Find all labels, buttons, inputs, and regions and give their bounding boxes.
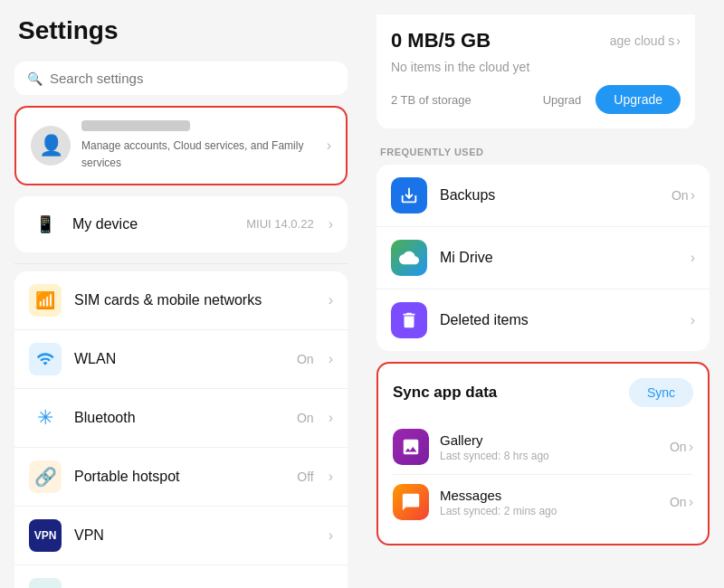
left-panel: Settings 🔍 👤 Manage accounts, Cloud serv… bbox=[0, 0, 362, 588]
gallery-status-wrap: On › bbox=[670, 439, 693, 455]
sync-title: Sync app data bbox=[393, 384, 497, 402]
bluetooth-icon: ✳ bbox=[29, 402, 62, 434]
device-icon: 📱 bbox=[29, 208, 62, 241]
deleted-label: Deleted items bbox=[440, 312, 678, 328]
messages-icon bbox=[393, 484, 429, 520]
vpn-icon: VPN bbox=[29, 519, 62, 552]
cloud-item-backups[interactable]: Backups On › bbox=[376, 165, 710, 227]
deleted-icon bbox=[391, 302, 427, 338]
messages-status-wrap: On › bbox=[670, 494, 693, 510]
connection-icon: ⟳ bbox=[29, 578, 62, 588]
account-name-blurred bbox=[81, 120, 190, 131]
person-icon: 👤 bbox=[39, 134, 63, 157]
storage-label: 2 TB of storage bbox=[391, 93, 472, 107]
account-sub-text: Manage accounts, Cloud services, and Fam… bbox=[81, 139, 303, 169]
backups-status-wrap: On › bbox=[672, 187, 695, 204]
wlan-status: On bbox=[297, 352, 314, 366]
search-input[interactable] bbox=[50, 71, 335, 86]
wlan-label: WLAN bbox=[74, 351, 284, 367]
cloud-item-deleted[interactable]: Deleted items › bbox=[376, 289, 710, 351]
settings-item-vpn[interactable]: VPN VPN › bbox=[14, 507, 348, 565]
no-items-text: No items in the cloud yet bbox=[391, 60, 681, 74]
chevron-right-icon: › bbox=[329, 527, 333, 544]
backups-icon bbox=[391, 177, 427, 213]
sim-label: SIM cards & mobile networks bbox=[74, 292, 316, 308]
chevron-right-icon: › bbox=[689, 439, 693, 455]
settings-item-sim[interactable]: 📶 SIM cards & mobile networks › bbox=[14, 271, 348, 330]
account-card[interactable]: 👤 Manage accounts, Cloud services, and F… bbox=[14, 106, 348, 185]
hotspot-icon: 🔗 bbox=[29, 460, 62, 493]
gallery-icon bbox=[393, 429, 429, 465]
sync-button[interactable]: Sync bbox=[629, 378, 693, 407]
device-version: MIUI 14.0.22 bbox=[246, 217, 313, 231]
search-icon: 🔍 bbox=[27, 71, 43, 86]
sync-section: Sync app data Sync Gallery Last synced: … bbox=[376, 362, 710, 545]
gallery-sub: Last synced: 8 hrs ago bbox=[440, 450, 659, 462]
messages-label: Messages bbox=[440, 488, 659, 503]
chevron-right-icon: › bbox=[689, 494, 693, 510]
chevron-right-icon: › bbox=[329, 410, 333, 426]
settings-item-wlan[interactable]: WLAN On › bbox=[14, 330, 348, 389]
phone-icon: 📱 bbox=[35, 214, 55, 234]
page-title: Settings bbox=[0, 0, 362, 54]
storage-info: 0 MB/5 GB age cloud s › bbox=[391, 29, 681, 52]
sync-item-messages[interactable]: Messages Last synced: 2 mins ago On › bbox=[393, 475, 693, 529]
chevron-right-icon: › bbox=[691, 312, 695, 328]
messages-info: Messages Last synced: 2 mins ago bbox=[440, 488, 659, 517]
sync-header: Sync app data Sync bbox=[393, 378, 693, 407]
chevron-right-icon: › bbox=[691, 187, 695, 204]
bluetooth-status: On bbox=[297, 411, 314, 425]
chevron-right-icon: › bbox=[676, 33, 681, 48]
chevron-right-icon: › bbox=[329, 351, 333, 367]
right-panel: 0 MB/5 GB age cloud s › No items in the … bbox=[362, 0, 724, 588]
upgrade-prefix: Upgrad bbox=[543, 93, 582, 107]
cloud-items-list: Backups On › Mi Drive › Deleted items › bbox=[376, 165, 710, 351]
divider bbox=[14, 263, 348, 264]
chevron-right-icon: › bbox=[327, 138, 331, 154]
backups-status: On bbox=[672, 188, 689, 203]
storage-amount: 0 MB/5 GB bbox=[391, 29, 491, 52]
chevron-right-icon: › bbox=[691, 250, 695, 266]
upgrade-button[interactable]: Upgrade bbox=[595, 85, 681, 114]
cloud-header: 0 MB/5 GB age cloud s › No items in the … bbox=[376, 14, 695, 128]
avatar: 👤 bbox=[31, 126, 71, 166]
my-device-label: My device bbox=[72, 216, 235, 232]
backups-label: Backups bbox=[440, 187, 659, 204]
my-device-row[interactable]: 📱 My device MIUI 14.0.22 › bbox=[14, 196, 348, 252]
settings-item-connection[interactable]: ⟳ Connection & sharing › bbox=[14, 565, 348, 588]
chevron-right-icon: › bbox=[329, 216, 333, 232]
midrive-label: Mi Drive bbox=[440, 250, 678, 266]
sim-icon: 📶 bbox=[29, 284, 62, 317]
gallery-status: On bbox=[670, 440, 687, 454]
wlan-icon bbox=[29, 343, 62, 375]
settings-item-hotspot[interactable]: 🔗 Portable hotspot Off › bbox=[14, 448, 348, 507]
midrive-icon bbox=[391, 240, 427, 276]
account-info: Manage accounts, Cloud services, and Fam… bbox=[81, 120, 316, 171]
chevron-right-icon: › bbox=[329, 469, 333, 485]
gallery-label: Gallery bbox=[440, 432, 659, 448]
hotspot-label: Portable hotspot bbox=[74, 469, 284, 485]
hotspot-status: Off bbox=[297, 469, 313, 484]
search-bar[interactable]: 🔍 bbox=[14, 62, 348, 95]
bluetooth-label: Bluetooth bbox=[74, 410, 284, 426]
chevron-right-icon: › bbox=[329, 292, 333, 308]
gallery-info: Gallery Last synced: 8 hrs ago bbox=[440, 432, 659, 462]
frequently-used-header: FREQUENTLY USED bbox=[376, 139, 710, 161]
sync-item-gallery[interactable]: Gallery Last synced: 8 hrs ago On › bbox=[393, 420, 693, 475]
storage-upgrade-row: 2 TB of storage Upgrad Upgrade bbox=[391, 85, 681, 114]
settings-list: 📶 SIM cards & mobile networks › WLAN On … bbox=[14, 271, 348, 588]
messages-sub: Last synced: 2 mins ago bbox=[440, 505, 659, 517]
cloud-link-text: age cloud s bbox=[610, 33, 675, 48]
right-panel-content: 0 MB/5 GB age cloud s › No items in the … bbox=[362, 0, 724, 571]
vpn-label: VPN bbox=[74, 527, 316, 544]
cloud-item-midrive[interactable]: Mi Drive › bbox=[376, 227, 710, 289]
settings-item-bluetooth[interactable]: ✳ Bluetooth On › bbox=[14, 389, 348, 448]
messages-status: On bbox=[670, 495, 687, 509]
cloud-link[interactable]: age cloud s › bbox=[610, 33, 681, 48]
